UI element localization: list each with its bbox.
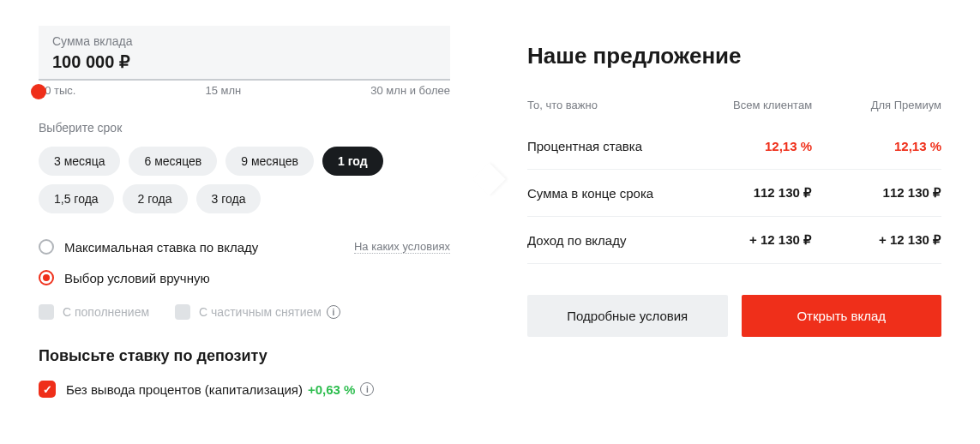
col-premium: Для Премиум — [812, 99, 941, 111]
slider-max-label: 30 млн и более — [370, 84, 450, 97]
offer-title: Наше предложение — [527, 43, 941, 69]
capitalization-label: Без вывода процентов (капитализация) — [66, 382, 303, 397]
amount-value: 100 000 ₽ — [52, 51, 436, 72]
term-section-label: Выберите срок — [39, 121, 450, 135]
capitalization-bonus: +0,63 % — [308, 382, 355, 397]
term-pills: 3 месяца6 месяцев9 месяцев1 год1,5 года2… — [39, 147, 450, 213]
conditions-link[interactable]: На каких условиях — [354, 240, 450, 254]
term-pill[interactable]: 9 месяцев — [225, 147, 314, 176]
amount-slider-handle[interactable] — [31, 84, 46, 99]
row-value-premium: 12,13 % — [812, 139, 941, 153]
row-value-all: 112 130 ₽ — [682, 185, 812, 201]
row-label: Сумма в конце срока — [527, 186, 682, 201]
checkbox-partial[interactable] — [175, 304, 190, 320]
term-pill[interactable]: 1 год — [322, 147, 383, 176]
row-value-all: 12,13 % — [682, 139, 812, 153]
term-pill[interactable]: 3 года — [196, 184, 262, 213]
checkbox-replenish[interactable] — [39, 304, 54, 320]
checkbox-capitalization[interactable] — [39, 381, 56, 398]
table-row: Сумма в конце срока112 130 ₽112 130 ₽ — [527, 170, 941, 217]
boost-title: Повысьте ставку по депозиту — [39, 347, 450, 365]
row-value-all: + 12 130 ₽ — [682, 232, 812, 248]
radio-max-rate[interactable] — [39, 239, 54, 255]
row-label: Процентная ставка — [527, 139, 682, 153]
table-row: Процентная ставка12,13 %12,13 % — [527, 123, 941, 170]
info-icon[interactable]: i — [360, 382, 374, 396]
open-deposit-button[interactable]: Открыть вклад — [742, 295, 942, 337]
radio-manual-label: Выбор условий вручную — [64, 271, 210, 285]
amount-input-box[interactable]: Сумма вклада 100 000 ₽ — [39, 26, 450, 81]
amount-label: Сумма вклада — [52, 34, 436, 48]
term-pill[interactable]: 1,5 года — [39, 184, 114, 213]
slider-mid-label: 15 млн — [206, 84, 242, 97]
radio-manual[interactable] — [39, 270, 54, 285]
details-button[interactable]: Подробные условия — [527, 295, 728, 337]
col-important: То, что важно — [527, 99, 682, 111]
radio-max-rate-label: Максимальная ставка по вкладу — [64, 240, 258, 255]
term-pill[interactable]: 2 года — [123, 184, 188, 213]
table-row: Доход по вкладу+ 12 130 ₽+ 12 130 ₽ — [527, 217, 941, 264]
row-value-premium: + 12 130 ₽ — [812, 232, 941, 248]
checkbox-replenish-label: С пополнением — [63, 305, 149, 319]
col-all-clients: Всем клиентам — [682, 99, 812, 111]
checkbox-partial-label: С частичным снятием — [199, 305, 322, 319]
term-pill[interactable]: 3 месяца — [39, 147, 120, 176]
row-value-premium: 112 130 ₽ — [812, 185, 941, 201]
term-pill[interactable]: 6 месяцев — [129, 147, 217, 176]
row-label: Доход по вкладу — [527, 233, 682, 248]
info-icon[interactable]: i — [327, 305, 340, 319]
